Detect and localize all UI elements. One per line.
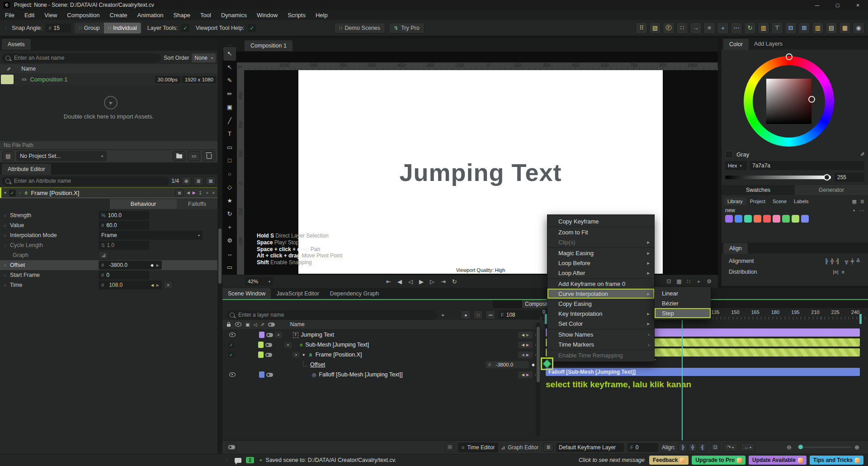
submenu-item[interactable]: Step (655, 308, 711, 318)
font-icon[interactable]: Ⓕ (663, 22, 675, 34)
sv-handle[interactable] (808, 96, 815, 103)
layer-color-swatch[interactable] (258, 342, 264, 348)
layer-color-swatch[interactable] (259, 371, 264, 378)
ellipse-tool[interactable]: ○ (223, 167, 236, 181)
next-message-hint[interactable]: Click to see next message (579, 457, 645, 463)
project-set-dropdown[interactable]: No Project Set...▾ (16, 151, 107, 161)
prev-frame-button[interactable]: ◁ (408, 278, 413, 285)
add-list-button[interactable]: ≣ (193, 176, 203, 185)
menu-item[interactable]: Set Color▸ (547, 319, 654, 329)
align-bottom-icon[interactable]: ╩ (856, 258, 860, 264)
asset-search-input[interactable] (2, 53, 161, 63)
render-toggle-icon[interactable] (265, 353, 272, 357)
menu-item[interactable]: Time Markers› (547, 339, 654, 350)
time-field[interactable]: #108.0◀▶ (99, 281, 162, 290)
library-filter-button[interactable]: Project (747, 197, 769, 205)
curve-arrow-icon[interactable]: ↻ (744, 22, 756, 34)
menu-item[interactable]: Loop Before▸ (547, 258, 654, 268)
more-options-icon[interactable]: ⋯ (859, 208, 864, 214)
t-handle-icon[interactable]: ⊤ (771, 22, 783, 34)
align-keys-left-icon[interactable]: ╠ (678, 443, 687, 452)
list-remove-icon[interactable]: ≣ (175, 189, 184, 196)
menu-item[interactable]: Magic Easing▸ (547, 248, 654, 258)
timeline-zoom-slider[interactable] (797, 447, 852, 448)
color-swatch[interactable] (782, 215, 790, 223)
delete-button[interactable] (203, 151, 215, 161)
align-keys-right-icon[interactable]: ╣ (698, 443, 707, 452)
play-button[interactable]: ▶ (419, 278, 424, 285)
clear-search-button[interactable]: ⊠ (206, 176, 216, 185)
pin-icon[interactable]: ↧ (198, 190, 202, 195)
zoom-slider-handle[interactable] (798, 445, 803, 449)
alpha-handle[interactable] (824, 174, 830, 181)
star-tool[interactable]: ★ (223, 194, 236, 208)
attr-row-value[interactable]: ○ Value #60.0 (0, 220, 217, 230)
track-bar-falloff[interactable]: Falloff [Sub-Mesh [Jumping Text]] (546, 368, 860, 376)
current-frame-field[interactable]: F108 (498, 310, 542, 319)
color-swatch[interactable] (744, 215, 752, 223)
loop-button[interactable]: ↻ (452, 278, 457, 285)
asset-search-field[interactable] (13, 54, 105, 62)
menu-item[interactable]: Clip(s)▸ (547, 237, 654, 248)
select-tool[interactable]: ↖ (223, 47, 236, 61)
bottom-panel-tab[interactable]: Scene Window (222, 288, 271, 299)
connector-dot[interactable]: ○ (4, 243, 6, 248)
cycle-length-field[interactable]: S1.0 (99, 241, 149, 250)
library-filter-button[interactable]: Scene (769, 197, 790, 205)
minimize-button[interactable]: — (807, 0, 827, 10)
hue-handle[interactable] (786, 53, 793, 60)
color-swatch[interactable] (763, 215, 771, 223)
prev-key-icon[interactable]: ◀ (187, 190, 190, 195)
keyframe-nav[interactable]: ◀▶ (518, 342, 533, 348)
dot-frame-icon[interactable]: ⊡ (445, 442, 454, 452)
graph-editor-button[interactable]: ⊿Graph Editor (497, 442, 542, 452)
viewport-composition-tab[interactable]: Composition 1 (245, 40, 292, 51)
menu-item[interactable]: Window (252, 10, 283, 20)
pick-attribute-button[interactable]: ⊕ (181, 176, 191, 185)
filter-settings-icon[interactable]: ≔ (486, 310, 495, 319)
menu-item[interactable]: Curve Interpolation▸ (547, 289, 654, 299)
add-guide-icon[interactable]: ＋ (696, 278, 701, 285)
film-strip-icon[interactable]: ▥ (758, 22, 769, 34)
collapse-chevron-icon[interactable]: ▾ (284, 342, 292, 348)
asset-row-composition[interactable]: ▭ Composition 1 30.00fps 1920 x 1080 (0, 74, 217, 85)
connector-dot[interactable]: ○ (4, 273, 6, 278)
feedback-button[interactable]: Feedback (649, 456, 689, 465)
snap-dots-icon[interactable]: ∷ (687, 278, 691, 285)
footer-frame-field[interactable]: F0 (627, 443, 658, 452)
keyframe-diamond-icon[interactable]: ◆ (532, 362, 535, 367)
visibility-icon[interactable] (229, 372, 236, 377)
align-top-icon[interactable]: ╦ (845, 258, 849, 264)
keyframe-layer-field[interactable]: Default Keyframe Layer (556, 443, 624, 452)
artboard-tool[interactable]: ▭ (223, 141, 236, 154)
close-button[interactable]: × (848, 0, 868, 10)
tab-behaviour[interactable]: Behaviour (110, 199, 177, 209)
layer-search-input[interactable] (226, 310, 437, 320)
attribute-name[interactable]: Offset (310, 361, 325, 368)
enabled-checkbox[interactable]: ✓ (228, 342, 234, 348)
layer-bar-alt-icon[interactable]: ⊞ (798, 22, 810, 34)
attr-row-interpolation[interactable]: ○ Interpolation Mode Frame▾ (0, 230, 217, 240)
render-toggle-icon[interactable] (266, 373, 273, 377)
sort-order-dropdown[interactable]: None▾ (192, 53, 216, 62)
next-key-icon[interactable]: ▶ (156, 263, 159, 267)
bottom-panel-tab[interactable]: JavaScript Editor (271, 288, 324, 299)
offset-value-field[interactable]: #-3800.0 (486, 361, 529, 368)
align-left-icon[interactable]: ╠ (825, 258, 828, 264)
visibility-column-icon[interactable] (235, 322, 241, 327)
render-camera-icon[interactable]: ◉ (853, 22, 864, 34)
attr-row-time[interactable]: ○ Time #108.0◀▶ × (0, 280, 217, 290)
next-key-icon[interactable]: ▶ (156, 283, 159, 287)
connector-dot[interactable]: ○ (4, 233, 6, 238)
project-notes-icon[interactable]: ▤ (2, 151, 14, 161)
connector-dot[interactable]: ○ (4, 223, 6, 228)
keyframe-diamond-icon[interactable]: ◆ (151, 263, 154, 267)
list-view-icon[interactable]: ≣ (860, 199, 864, 204)
cube-icon[interactable]: ▧ (649, 22, 661, 34)
menu-item[interactable]: Shape (168, 10, 195, 20)
viewport-tool-help-checkbox[interactable]: ✓ (248, 24, 256, 32)
chevron-down-icon[interactable]: ▾ (853, 209, 855, 213)
playhead-line[interactable] (682, 319, 683, 440)
scatter-icon[interactable]: ∷ (676, 22, 688, 34)
import-hint-text[interactable]: Double click here to import Assets. (0, 113, 217, 120)
